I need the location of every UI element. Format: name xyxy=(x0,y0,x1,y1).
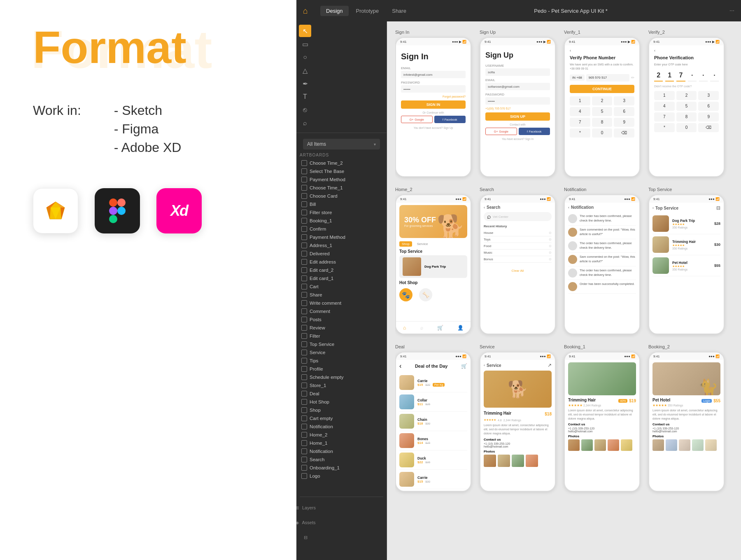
search-nav-icon[interactable]: ⌕ xyxy=(420,325,423,331)
facebook-signin-btn[interactable]: f Facebook xyxy=(434,116,466,123)
layer-posts[interactable]: Posts xyxy=(300,315,383,324)
hot-icon-2[interactable]: 🦴 xyxy=(419,288,432,301)
frame-tool[interactable]: ▭ xyxy=(299,38,311,50)
key2-9[interactable]: 9 xyxy=(698,112,719,121)
phone-number-input[interactable]: 905 570 517 xyxy=(586,74,629,82)
component-tool[interactable]: ⎋ xyxy=(299,104,311,116)
key2-1[interactable]: 1 xyxy=(654,91,675,100)
key2-3[interactable]: 3 xyxy=(698,91,719,100)
assets-icon[interactable]: ◈ Assets xyxy=(300,517,311,528)
layer-edit-address[interactable]: Edit address xyxy=(300,258,383,266)
topservice-back[interactable]: ‹ Top Service ⊟ xyxy=(652,205,720,211)
layer-profile[interactable]: Profile xyxy=(300,365,383,373)
back-button[interactable]: ‹ xyxy=(570,49,634,53)
layer-payment-method[interactable]: Payment Method xyxy=(300,175,383,184)
key2-6[interactable]: 6 xyxy=(698,102,719,111)
layer-tips[interactable]: Tips xyxy=(300,357,383,365)
back-button-2[interactable]: ‹ xyxy=(654,49,719,53)
pen-tool[interactable]: ✒ xyxy=(299,77,311,90)
ellipse-tool[interactable]: ○ xyxy=(299,51,311,63)
key-3[interactable]: 3 xyxy=(614,96,634,105)
key-0[interactable]: 0 xyxy=(592,128,613,138)
notification-back[interactable]: ‹ Notification xyxy=(568,205,636,210)
layer-schedule[interactable]: Schedule empty xyxy=(300,373,383,381)
layer-address[interactable]: Address_1 xyxy=(300,241,383,250)
key-7[interactable]: 7 xyxy=(570,118,590,127)
layer-comment[interactable]: Comment xyxy=(300,307,383,315)
key-5[interactable]: 5 xyxy=(592,107,613,116)
layer-notification-2[interactable]: Notification xyxy=(300,447,383,455)
layer-edit-card-1[interactable]: Edit card_1 xyxy=(300,274,383,282)
layer-booking-1[interactable]: Booking_1 xyxy=(300,217,383,225)
cart-nav-icon[interactable]: 🛒 xyxy=(437,325,443,331)
layer-service[interactable]: Service xyxy=(300,348,383,357)
signup-button[interactable]: SIGN UP xyxy=(485,112,550,121)
grid-icon[interactable]: ⊟ xyxy=(300,532,311,543)
share-icon[interactable]: ↗ xyxy=(548,362,552,368)
tab-design[interactable]: Design xyxy=(320,6,348,16)
layer-choose-time-2[interactable]: Choose Time_2 xyxy=(300,159,383,167)
clear-all-btn[interactable]: Clear All xyxy=(512,269,524,273)
key-backspace[interactable]: ⌫ xyxy=(614,128,634,138)
figma-canvas[interactable]: Sign In 9:41 ●●● ▶ 📶 Sign In EMAIL infot… xyxy=(387,21,741,560)
layer-cart-empty[interactable]: Cart empty xyxy=(300,414,383,422)
layer-confirm[interactable]: Confirm xyxy=(300,225,383,233)
layer-top-service[interactable]: Top Service xyxy=(300,340,383,348)
layer-choose-card[interactable]: Choose Card xyxy=(300,192,383,200)
facebook-signup-btn[interactable]: f Facebook xyxy=(519,128,550,135)
service-tab[interactable]: Service xyxy=(415,241,431,247)
layer-edit-card-2[interactable]: Edit card_2 xyxy=(300,266,383,274)
key-1[interactable]: 1 xyxy=(570,96,590,105)
search-tool[interactable]: ⌕ xyxy=(299,117,311,129)
key2-star[interactable]: * xyxy=(654,123,675,132)
tab-prototype[interactable]: Prototype xyxy=(350,6,385,16)
key2-2[interactable]: 2 xyxy=(676,91,697,100)
toolbar-more-icon[interactable]: ⋯ xyxy=(729,8,734,14)
search-bar[interactable]: ⌕ Vet Center xyxy=(484,212,552,221)
layer-payment-method-2[interactable]: Payment Method xyxy=(300,233,383,241)
layer-store[interactable]: Store_1 xyxy=(300,381,383,390)
layer-filter-store[interactable]: Filter store xyxy=(300,208,383,217)
google-signup-btn[interactable]: G+ Google xyxy=(485,128,517,135)
layer-home-1[interactable]: Home_1 xyxy=(300,439,383,447)
key2-5[interactable]: 5 xyxy=(676,102,697,111)
layer-review[interactable]: Review xyxy=(300,324,383,332)
key-8[interactable]: 8 xyxy=(592,118,613,127)
shop-tab[interactable]: Shop xyxy=(399,241,412,247)
home-icon[interactable]: ⌂ xyxy=(303,6,308,16)
layer-deal[interactable]: Deal xyxy=(300,390,383,398)
google-signin-btn[interactable]: G+ Google xyxy=(401,116,433,123)
key-6[interactable]: 6 xyxy=(614,107,634,116)
home-nav-icon[interactable]: ⌂ xyxy=(403,325,406,331)
edit-icon[interactable]: ✏ xyxy=(631,75,634,80)
cursor-tool[interactable]: ↖ xyxy=(299,25,311,37)
layer-bill[interactable]: Bill xyxy=(300,200,383,208)
profile-nav-icon[interactable]: 👤 xyxy=(457,325,464,331)
service-back[interactable]: ‹ Service ↗ xyxy=(484,362,552,368)
key2-7[interactable]: 7 xyxy=(654,112,675,121)
layer-logo[interactable]: Logo xyxy=(300,472,383,480)
search-back[interactable]: ‹ Search xyxy=(484,205,552,210)
text-tool[interactable]: T xyxy=(299,91,311,103)
filter-icon[interactable]: ⊟ xyxy=(716,205,720,211)
key-2[interactable]: 2 xyxy=(592,96,613,105)
layer-home-2[interactable]: Home_2 xyxy=(300,431,383,439)
layer-write-comment[interactable]: Write comment xyxy=(300,299,383,307)
layers-icon[interactable]: ⊞ Layers xyxy=(300,502,311,513)
layer-filter[interactable]: Filter xyxy=(300,332,383,340)
layer-notification-1[interactable]: Notification xyxy=(300,422,383,431)
layer-delivered[interactable]: Delivered xyxy=(300,250,383,258)
layer-search[interactable]: Search xyxy=(300,455,383,464)
continue-button[interactable]: CONTINUE xyxy=(570,85,634,93)
key2-backspace[interactable]: ⌫ xyxy=(698,123,719,132)
key-star[interactable]: * xyxy=(570,128,590,138)
layer-cart[interactable]: Cart xyxy=(300,282,383,291)
key2-0[interactable]: 0 xyxy=(676,123,697,132)
layer-choose-time-1[interactable]: Choose Time_1 xyxy=(300,184,383,192)
key-4[interactable]: 4 xyxy=(570,107,590,116)
key2-4[interactable]: 4 xyxy=(654,102,675,111)
key2-8[interactable]: 8 xyxy=(676,112,697,121)
layer-share[interactable]: Share xyxy=(300,291,383,299)
triangle-tool[interactable]: △ xyxy=(299,64,311,77)
layer-hot-shop[interactable]: Hot Shop xyxy=(300,398,383,406)
